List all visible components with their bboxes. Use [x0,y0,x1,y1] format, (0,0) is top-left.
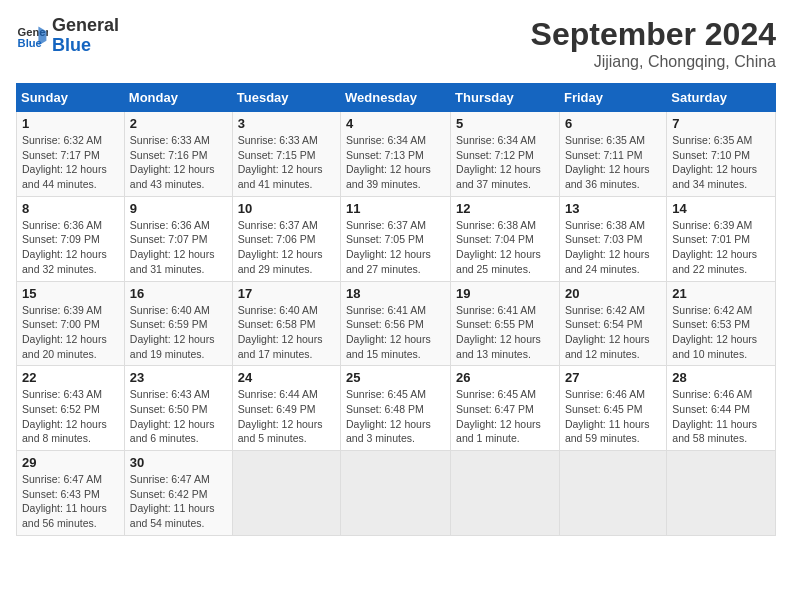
day-info: Sunrise: 6:35 AM Sunset: 7:11 PM Dayligh… [565,133,661,192]
title-block: September 2024 Jijiang, Chongqing, China [531,16,776,71]
day-number: 19 [456,286,554,301]
calendar-cell [559,451,666,536]
day-number: 26 [456,370,554,385]
day-info: Sunrise: 6:41 AM Sunset: 6:55 PM Dayligh… [456,303,554,362]
calendar-header-row: Sunday Monday Tuesday Wednesday Thursday… [17,84,776,112]
day-info: Sunrise: 6:41 AM Sunset: 6:56 PM Dayligh… [346,303,445,362]
day-info: Sunrise: 6:39 AM Sunset: 7:00 PM Dayligh… [22,303,119,362]
calendar-week-4: 22 Sunrise: 6:43 AM Sunset: 6:52 PM Dayl… [17,366,776,451]
calendar-week-2: 8 Sunrise: 6:36 AM Sunset: 7:09 PM Dayli… [17,196,776,281]
page-header: General Blue General Blue September 2024… [16,16,776,71]
day-number: 20 [565,286,661,301]
day-info: Sunrise: 6:39 AM Sunset: 7:01 PM Dayligh… [672,218,770,277]
calendar-cell: 21 Sunrise: 6:42 AM Sunset: 6:53 PM Dayl… [667,281,776,366]
day-info: Sunrise: 6:46 AM Sunset: 6:45 PM Dayligh… [565,387,661,446]
calendar-cell: 22 Sunrise: 6:43 AM Sunset: 6:52 PM Dayl… [17,366,125,451]
day-number: 24 [238,370,335,385]
calendar-cell: 7 Sunrise: 6:35 AM Sunset: 7:10 PM Dayli… [667,112,776,197]
day-number: 27 [565,370,661,385]
day-number: 25 [346,370,445,385]
day-info: Sunrise: 6:45 AM Sunset: 6:47 PM Dayligh… [456,387,554,446]
day-number: 29 [22,455,119,470]
calendar-cell: 1 Sunrise: 6:32 AM Sunset: 7:17 PM Dayli… [17,112,125,197]
calendar-cell: 29 Sunrise: 6:47 AM Sunset: 6:43 PM Dayl… [17,451,125,536]
day-info: Sunrise: 6:42 AM Sunset: 6:54 PM Dayligh… [565,303,661,362]
location: Jijiang, Chongqing, China [531,53,776,71]
day-info: Sunrise: 6:40 AM Sunset: 6:58 PM Dayligh… [238,303,335,362]
day-number: 9 [130,201,227,216]
calendar-cell: 4 Sunrise: 6:34 AM Sunset: 7:13 PM Dayli… [341,112,451,197]
col-wednesday: Wednesday [341,84,451,112]
day-number: 1 [22,116,119,131]
day-number: 14 [672,201,770,216]
calendar-cell: 6 Sunrise: 6:35 AM Sunset: 7:11 PM Dayli… [559,112,666,197]
calendar-cell: 8 Sunrise: 6:36 AM Sunset: 7:09 PM Dayli… [17,196,125,281]
day-info: Sunrise: 6:35 AM Sunset: 7:10 PM Dayligh… [672,133,770,192]
day-number: 3 [238,116,335,131]
calendar-cell: 20 Sunrise: 6:42 AM Sunset: 6:54 PM Dayl… [559,281,666,366]
col-saturday: Saturday [667,84,776,112]
day-info: Sunrise: 6:45 AM Sunset: 6:48 PM Dayligh… [346,387,445,446]
day-info: Sunrise: 6:32 AM Sunset: 7:17 PM Dayligh… [22,133,119,192]
calendar-cell: 10 Sunrise: 6:37 AM Sunset: 7:06 PM Dayl… [232,196,340,281]
logo-icon: General Blue [16,20,48,52]
day-number: 10 [238,201,335,216]
calendar-body: 1 Sunrise: 6:32 AM Sunset: 7:17 PM Dayli… [17,112,776,536]
day-info: Sunrise: 6:34 AM Sunset: 7:13 PM Dayligh… [346,133,445,192]
calendar-cell: 13 Sunrise: 6:38 AM Sunset: 7:03 PM Dayl… [559,196,666,281]
day-number: 11 [346,201,445,216]
day-number: 30 [130,455,227,470]
day-number: 2 [130,116,227,131]
calendar-cell [341,451,451,536]
calendar-cell: 2 Sunrise: 6:33 AM Sunset: 7:16 PM Dayli… [124,112,232,197]
day-number: 5 [456,116,554,131]
day-info: Sunrise: 6:34 AM Sunset: 7:12 PM Dayligh… [456,133,554,192]
day-number: 8 [22,201,119,216]
day-info: Sunrise: 6:38 AM Sunset: 7:03 PM Dayligh… [565,218,661,277]
day-info: Sunrise: 6:36 AM Sunset: 7:09 PM Dayligh… [22,218,119,277]
day-info: Sunrise: 6:40 AM Sunset: 6:59 PM Dayligh… [130,303,227,362]
day-number: 18 [346,286,445,301]
calendar-cell: 28 Sunrise: 6:46 AM Sunset: 6:44 PM Dayl… [667,366,776,451]
day-number: 28 [672,370,770,385]
logo: General Blue General Blue [16,16,119,56]
day-number: 16 [130,286,227,301]
day-number: 4 [346,116,445,131]
calendar-cell: 17 Sunrise: 6:40 AM Sunset: 6:58 PM Dayl… [232,281,340,366]
day-info: Sunrise: 6:43 AM Sunset: 6:52 PM Dayligh… [22,387,119,446]
day-info: Sunrise: 6:33 AM Sunset: 7:15 PM Dayligh… [238,133,335,192]
col-monday: Monday [124,84,232,112]
calendar-cell: 27 Sunrise: 6:46 AM Sunset: 6:45 PM Dayl… [559,366,666,451]
calendar-cell: 15 Sunrise: 6:39 AM Sunset: 7:00 PM Dayl… [17,281,125,366]
calendar-cell: 5 Sunrise: 6:34 AM Sunset: 7:12 PM Dayli… [451,112,560,197]
calendar-week-3: 15 Sunrise: 6:39 AM Sunset: 7:00 PM Dayl… [17,281,776,366]
calendar-cell: 24 Sunrise: 6:44 AM Sunset: 6:49 PM Dayl… [232,366,340,451]
col-sunday: Sunday [17,84,125,112]
calendar-cell: 3 Sunrise: 6:33 AM Sunset: 7:15 PM Dayli… [232,112,340,197]
day-info: Sunrise: 6:33 AM Sunset: 7:16 PM Dayligh… [130,133,227,192]
day-number: 15 [22,286,119,301]
day-info: Sunrise: 6:47 AM Sunset: 6:43 PM Dayligh… [22,472,119,531]
calendar-cell [667,451,776,536]
calendar-cell [232,451,340,536]
col-thursday: Thursday [451,84,560,112]
day-info: Sunrise: 6:43 AM Sunset: 6:50 PM Dayligh… [130,387,227,446]
day-info: Sunrise: 6:36 AM Sunset: 7:07 PM Dayligh… [130,218,227,277]
day-info: Sunrise: 6:44 AM Sunset: 6:49 PM Dayligh… [238,387,335,446]
day-number: 7 [672,116,770,131]
day-number: 12 [456,201,554,216]
day-number: 13 [565,201,661,216]
day-number: 17 [238,286,335,301]
calendar-cell: 18 Sunrise: 6:41 AM Sunset: 6:56 PM Dayl… [341,281,451,366]
calendar-cell: 9 Sunrise: 6:36 AM Sunset: 7:07 PM Dayli… [124,196,232,281]
day-info: Sunrise: 6:47 AM Sunset: 6:42 PM Dayligh… [130,472,227,531]
svg-text:Blue: Blue [18,37,42,49]
day-number: 23 [130,370,227,385]
calendar-cell: 19 Sunrise: 6:41 AM Sunset: 6:55 PM Dayl… [451,281,560,366]
calendar-cell: 12 Sunrise: 6:38 AM Sunset: 7:04 PM Dayl… [451,196,560,281]
calendar-cell: 16 Sunrise: 6:40 AM Sunset: 6:59 PM Dayl… [124,281,232,366]
calendar-cell: 30 Sunrise: 6:47 AM Sunset: 6:42 PM Dayl… [124,451,232,536]
day-info: Sunrise: 6:42 AM Sunset: 6:53 PM Dayligh… [672,303,770,362]
calendar-cell: 25 Sunrise: 6:45 AM Sunset: 6:48 PM Dayl… [341,366,451,451]
calendar-cell [451,451,560,536]
